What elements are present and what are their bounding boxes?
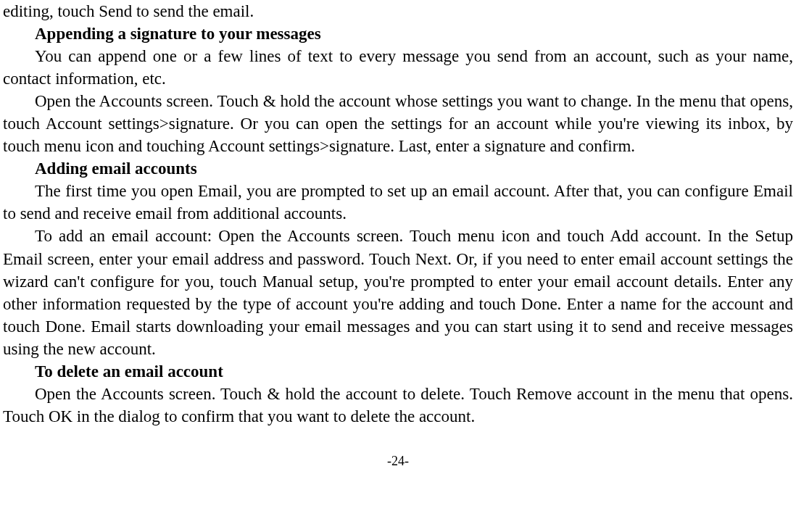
document-page: editing, touch Send to send the email. A…: [0, 0, 796, 470]
heading-appending-signature: Appending a signature to your messages: [3, 22, 793, 45]
paragraph-signature-steps: Open the Accounts screen. Touch & hold t…: [3, 90, 793, 157]
paragraph-adding-desc: The first time you open Email, you are p…: [3, 180, 793, 225]
paragraph-signature-desc: You can append one or a few lines of tex…: [3, 45, 793, 90]
heading-adding-accounts: Adding email accounts: [3, 157, 793, 180]
paragraph-intro: editing, touch Send to send the email.: [3, 0, 793, 22]
paragraph-delete-steps: Open the Accounts screen. Touch & hold t…: [3, 383, 793, 428]
page-number: -24-: [3, 452, 793, 470]
paragraph-adding-steps: To add an email account: Open the Accoun…: [3, 225, 793, 359]
heading-delete-account: To delete an email account: [3, 360, 793, 383]
